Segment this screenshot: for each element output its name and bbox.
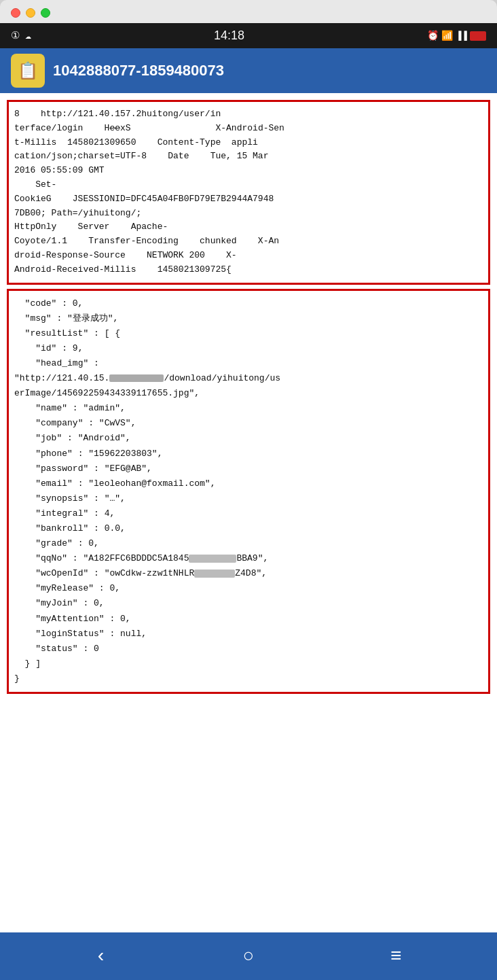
json-myattention: "myAttention" : 0,	[14, 612, 483, 627]
app-title: 1042888077-1859480073	[53, 62, 224, 80]
phone-container: ① ☁ 14:18 ⏰ 📶 ▐▐ 📋 1042888077-1859480073…	[0, 23, 497, 980]
http-line-11: droid-Response-Source NETWORK 200 X-	[14, 249, 483, 263]
http-line-8: 7DB00; Path=/yihuitong/;	[14, 207, 483, 221]
http-line-7: CookieG JSESSIONID=DFC45A04FB0FD79E7B294…	[14, 192, 483, 207]
http-line-10: Coyote/1.1 Transfer-Encoding chunked X-A…	[14, 234, 483, 249]
json-head-img-key: "head_img" :	[14, 356, 483, 371]
json-id: "id" : 9,	[14, 341, 483, 356]
json-company: "company" : "CwVS",	[14, 416, 483, 431]
http-header-section: 8 http://121.40.157.2​​​​​​​​​​​​huitong…	[7, 100, 490, 285]
json-head-img-val: "http://121.40.15. /download/yihuitong/u…	[14, 371, 483, 386]
json-code: "code" : 0,	[14, 296, 483, 311]
json-qqno: "qqNo" : "A182FFC6BDDDC5A1845 BBA9",	[14, 551, 483, 566]
http-line-12: Android-Received-Millis 1458021309725{	[14, 263, 483, 277]
signal-icon: ▐▐	[456, 31, 467, 41]
minimize-button[interactable]	[26, 8, 35, 18]
http-line-5: 2016 05:55:09 GMT	[14, 164, 483, 178]
app-icon: 📋	[11, 54, 45, 88]
app-header: 📋 1042888077-1859480073	[0, 48, 497, 93]
notification-icon-1: ①	[11, 29, 20, 42]
status-right: ⏰ 📶 ▐▐	[427, 30, 486, 41]
json-bankroll: "bankroll" : 0.0,	[14, 521, 483, 536]
json-password: "password" : "EFG@AB",	[14, 461, 483, 476]
status-time: 14:18	[214, 29, 244, 43]
json-phone: "phone" : "15962203803",	[14, 447, 483, 461]
json-name: "name" : "admin",	[14, 401, 483, 416]
json-wcopenid: "wcOpenId" : "owCdkw-zzw1tNHLR Z4D8",	[14, 566, 483, 581]
json-head-img-end: erImage/145692259434339117655.jpg",	[14, 386, 483, 401]
main-content: 8 http://121.40.157.2​​​​​​​​​​​​huitong…	[0, 93, 497, 932]
http-line-6: Set-	[14, 178, 483, 192]
json-loginstatus: "loginStatus" : null,	[14, 627, 483, 642]
http-line-9: HttpOnly Server Apache-	[14, 220, 483, 234]
json-grade: "grade" : 0,	[14, 536, 483, 551]
http-line-3: t-Millis 1458021309650 Content-Type appl…	[14, 136, 483, 150]
status-left: ① ☁	[11, 29, 31, 42]
http-line-2: terface/login HeexS X-Android-Sen	[14, 122, 483, 136]
maximize-button[interactable]	[41, 8, 50, 18]
http-line-4: cation/json;charset=UTF-8 Date Tue, 15 M…	[14, 150, 483, 164]
json-msg: "msg" : "登录成功",	[14, 311, 483, 326]
json-status: "status" : 0	[14, 642, 483, 657]
json-email: "email" : "leoleohan@foxmail.com",	[14, 476, 483, 491]
json-myjoin: "myJoin" : 0,	[14, 596, 483, 611]
close-button[interactable]	[11, 8, 20, 18]
back-button[interactable]: ‹	[81, 936, 122, 977]
json-synopsis: "synopsis" : "…",	[14, 491, 483, 506]
status-bar: ① ☁ 14:18 ⏰ 📶 ▐▐	[0, 23, 497, 48]
window-chrome	[0, 0, 497, 23]
json-response-section: "code" : 0, "msg" : "登录成功", "resultList"…	[7, 289, 490, 694]
bottom-nav: ‹ ○ ≡	[0, 932, 497, 980]
battery-icon	[470, 31, 486, 41]
alarm-icon: ⏰	[427, 30, 439, 41]
json-result-list: "resultList" : [ {	[14, 326, 483, 341]
menu-button[interactable]: ≡	[375, 936, 416, 977]
json-close-object: }	[14, 671, 483, 686]
json-integral: "integral" : 4,	[14, 506, 483, 521]
home-button[interactable]: ○	[228, 936, 269, 977]
http-line-1: 8 http://121.40.157.2​​​​​​​​​​​​huitong…	[14, 107, 483, 122]
json-myrelease: "myRelease" : 0,	[14, 581, 483, 596]
notification-icon-2: ☁	[25, 29, 31, 42]
json-close-array: } ]	[14, 657, 483, 671]
wifi-icon: 📶	[441, 30, 453, 41]
json-job: "job" : "Android",	[14, 431, 483, 446]
